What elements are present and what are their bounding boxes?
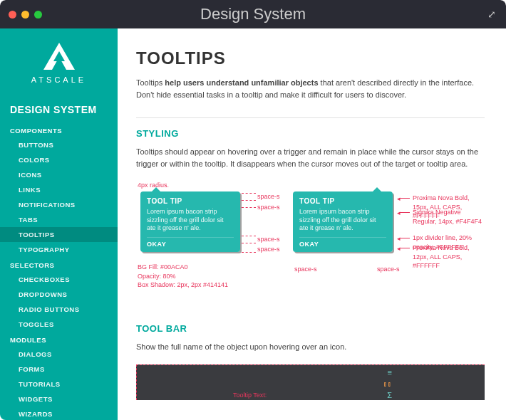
styling-diagram: 4px radius. space-s space-s space-s spac… [136,181,485,309]
nav-section-label: SELECTORS [0,257,118,272]
guide-line [242,252,256,253]
sidebar-item-tutorials[interactable]: TUTORIALS [0,377,118,392]
main-content: TOOLTIPS Tooltips help users understand … [118,28,506,420]
close-icon[interactable] [9,11,16,19]
toolbar-title: TOOL BAR [136,323,485,334]
tt-divider [299,237,386,238]
tt-action: OKAY [299,241,386,248]
toolbar-sigma-icon: Σ [387,391,392,399]
sidebar-item-dropdowns[interactable]: DROPDOWNS [0,287,118,302]
sidebar-item-colors[interactable]: COLORS [0,152,118,167]
toolbar-body: Show the full name of the object upon ho… [136,341,485,353]
guide-line [400,212,410,213]
expand-icon[interactable]: ⤢ [487,9,496,20]
guide-line [400,198,410,199]
sidebar-item-buttons[interactable]: BUTTONS [0,137,118,152]
sidebar-item-radio-buttons[interactable]: RADIO BUTTONS [0,302,118,317]
page-intro: Tooltips help users understand unfamilia… [136,77,485,100]
sidebar-item-links[interactable]: LINKS [0,182,118,197]
logo-icon [39,41,79,71]
guide-line [242,207,256,208]
tt-title: TOOL TIP [147,197,234,205]
nav-header: DESIGN SYSTEM [0,94,118,122]
sidebar-item-toggles[interactable]: TOGGLES [0,317,118,332]
tt-action: OKAY [147,241,234,248]
nav-section-label: MODULES [0,332,118,347]
window-title: Design System [200,5,306,23]
tooltip-example-2: TOOL TIP Lorem ipsum bacon strip sizzlin… [293,191,393,252]
anno-arrow: ◂ [397,209,401,216]
styling-title: STYLING [136,128,485,139]
sidebar-item-notifications[interactable]: NOTIFICATIONS [0,197,118,212]
toolbar-tooltip-label: Tooltip Text: [233,392,267,399]
guide-line [242,243,256,243]
toolbar-stats-icon: ⫾⫾ [383,379,392,388]
anno-font-action: Proxima Nova Bold, 12px, ALL CAPS, #FFFF… [413,243,485,271]
titlebar: Design System ⤢ [0,0,506,28]
anno-arrow: ◂ [397,235,401,242]
sidebar-item-wizards[interactable]: WIZARDS [0,406,118,420]
sidebar-item-checkboxes[interactable]: CHECKBOXES [0,272,118,287]
divider [136,117,485,118]
tt-title: TOOL TIP [299,197,386,205]
page-title: TOOLTIPS [136,48,485,68]
sidebar-item-tooltips[interactable]: TOOLTIPS [0,227,118,242]
toolbar-preview: ≡ ⫾⫾ Σ Tooltip Text: [136,364,485,400]
tt-divider [147,237,234,238]
brand-logo-area: ATSCALE [0,28,118,94]
nav-section-label: COMPONENTS [0,122,118,137]
sidebar-item-forms[interactable]: FORMS [0,362,118,377]
guide-line [400,248,410,248]
anno-line: BG Fill: #00ACA0 [138,263,228,272]
anno-space: space-s [257,192,280,201]
guide-line [242,200,256,201]
anno-space: space-s [257,203,280,212]
anno-font-body: Signika Negative Regular, 14px, #F4F4F4 [413,208,485,226]
tooltip-example-1: TOOL TIP Lorem ipsum bacon strip sizzlin… [140,191,240,252]
anno-space: space-s [257,235,280,244]
minimize-icon[interactable] [21,11,29,19]
anno-space: space-s [294,265,317,274]
guide-line [242,236,256,236]
sidebar-item-icons[interactable]: ICONS [0,167,118,182]
tt-body: Lorem ipsum bacon strip sizzling off the… [299,208,386,233]
sidebar: ATSCALE DESIGN SYSTEM COMPONENTSBUTTONSC… [0,28,118,420]
sidebar-item-typography[interactable]: TYPOGRAPHY [0,242,118,257]
anno-line: Opacity: 80% [138,272,228,281]
guide-line [242,193,256,194]
anno-line: Box Shadow: 2px, 2px #414141 [138,280,228,290]
sidebar-item-tabs[interactable]: TABS [0,212,118,227]
zoom-icon[interactable] [34,11,42,19]
sidebar-item-widgets[interactable]: WIDGETS [0,392,118,406]
anno-space: space-s [377,265,400,274]
anno-bg: BG Fill: #00ACA0 Opacity: 80% Box Shadow… [138,263,228,290]
toolbar-icon: ≡ [388,368,392,377]
sidebar-item-dialogs[interactable]: DIALOGS [0,347,118,362]
intro-prefix: Tooltips [136,78,165,87]
brand-name: ATSCALE [0,75,118,84]
anno-space: space-s [257,245,280,254]
anno-arrow: ◂ [397,245,401,252]
tt-body: Lorem ipsum bacon strip sizzling off the… [147,208,234,233]
window-controls [9,11,42,19]
anno-arrow: ◂ [397,195,401,202]
intro-bold: help users understand unfamiliar objects [165,78,318,87]
styling-body: Tooltips should appear on hovering over … [136,146,485,169]
guide-line [400,238,410,238]
